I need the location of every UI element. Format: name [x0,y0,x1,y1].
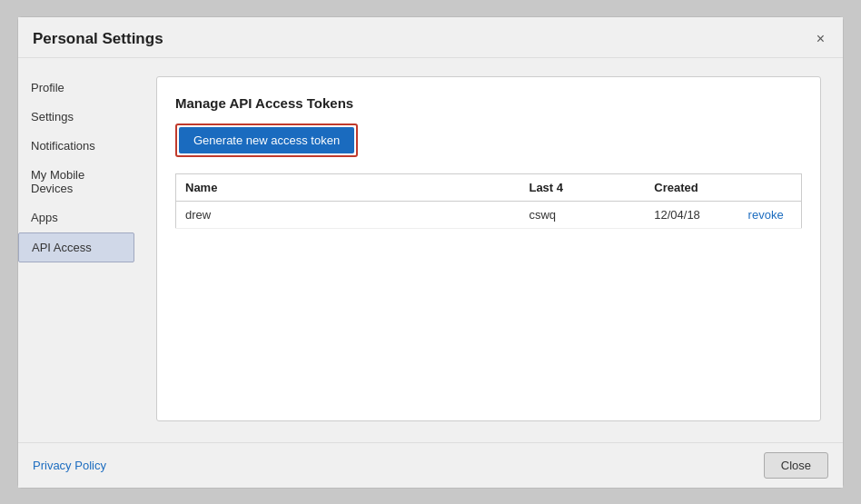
sidebar-item-settings[interactable]: Settings [18,103,134,131]
privacy-policy-link[interactable]: Privacy Policy [33,459,106,472]
dialog-body: ProfileSettingsNotificationsMy Mobile De… [18,58,843,442]
dialog-header: Personal Settings × [18,17,843,58]
col-header-last4: Last 4 [520,173,645,201]
content-card: Manage API Access Tokens Generate new ac… [156,76,821,421]
sidebar-item-api-access[interactable]: API Access [18,232,134,262]
dialog-title: Personal Settings [33,30,163,48]
close-button[interactable]: Close [764,452,828,479]
sidebar-item-notifications[interactable]: Notifications [18,132,134,160]
personal-settings-dialog: Personal Settings × ProfileSettingsNotif… [17,16,844,489]
table-row: drewcswq12/04/18revoke [176,201,802,228]
sidebar-item-my-mobile-devices[interactable]: My Mobile Devices [18,161,134,203]
section-title: Manage API Access Tokens [175,95,802,111]
generate-btn-wrapper: Generate new access token [175,124,358,157]
tokens-table: Name Last 4 Created drewcswq12/04/18revo… [175,173,802,229]
sidebar-item-profile[interactable]: Profile [18,74,134,102]
sidebar: ProfileSettingsNotificationsMy Mobile De… [18,58,134,442]
token-action: revoke [739,201,802,228]
table-header-row: Name Last 4 Created [176,173,802,201]
sidebar-item-apps[interactable]: Apps [18,203,134,232]
main-content: Manage API Access Tokens Generate new ac… [134,58,843,442]
col-header-name: Name [176,173,520,201]
table-body: drewcswq12/04/18revoke [176,201,802,228]
table-head: Name Last 4 Created [176,173,802,201]
col-header-created: Created [645,173,738,201]
revoke-link[interactable]: revoke [748,208,784,222]
close-x-button[interactable]: × [813,30,828,48]
token-name: drew [176,201,520,228]
dialog-footer: Privacy Policy Close [18,442,843,488]
token-created: 12/04/18 [645,201,738,228]
col-header-action [739,173,802,201]
generate-token-button[interactable]: Generate new access token [179,127,354,153]
token-last4: cswq [520,201,645,228]
